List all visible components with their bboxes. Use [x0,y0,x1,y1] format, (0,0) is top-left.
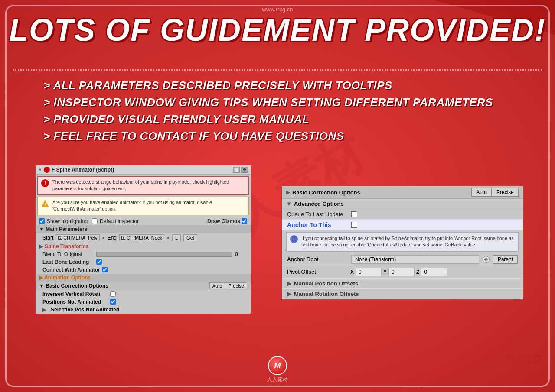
l-button[interactable]: L [172,234,181,241]
anchor-to-this-row: Anchor To This [282,220,523,230]
watermark-bottom-right: RRCG [506,352,542,366]
parent-button[interactable]: Parent [493,255,518,264]
anchor-label: Anchor To This [287,221,348,228]
info-text: If you connecting tail to spine animated… [301,235,515,249]
inversed-vertical-row: Inversed Vertical Rotati [36,290,251,298]
start-bone-select[interactable]: ⚿ CHIMERA_Pelv [56,234,99,241]
logo-circle: M [268,356,287,375]
pivot-offset-label: Pivot Offset [287,269,348,275]
basic-correction-header: ▼ Basic Correction Options Auto Precise [36,282,251,290]
precise-button-right[interactable]: Precise [492,188,519,197]
draw-gizmos-label: Draw Gizmos [207,218,240,224]
draw-gizmos-checkbox[interactable] [242,218,247,224]
y-input[interactable] [388,268,415,276]
z-label: Z [416,269,419,275]
get-button[interactable]: Get [183,234,197,241]
blend-slider[interactable] [96,252,232,257]
connect-animator-row: Connect With Animator [36,266,251,274]
queue-label: Queue To Last Update [287,211,348,217]
warning-text: Are you sure you have enabled animator? … [52,199,245,213]
bullet-4: > FEEL FREE TO CONTACT IF YOU HAVE QUEST… [43,128,493,145]
animation-options-label: Animation Options [44,275,91,281]
show-highlighting-row: Show highlighting [39,218,88,224]
manual-position-row[interactable]: ▶ Manual Position Offsets [282,279,523,289]
advanced-options-label: Advanced Options [294,201,344,207]
svg-text:!: ! [45,202,46,207]
script-icon [44,167,50,173]
bullet-1: > ALL PARAMETERS DESCRIBED PRECISELY WIT… [43,77,493,94]
website-text: www.rrcg.cn [262,6,293,13]
animation-options-header[interactable]: ▶ Animation Options [36,274,251,282]
blend-label: Blend To Original [42,251,95,257]
logo-text: 人人素材 [267,376,288,383]
spine-transforms-header[interactable]: ▶ Spine Transforms [36,243,251,250]
queue-to-last-update-row: Queue To Last Update [282,209,523,220]
anchor-root-row: Anchor Root None (Transform) ◎ Parent [282,253,523,266]
inversed-vertical-label: Inversed Vertical Rotati [42,291,108,297]
inspector-titlebar: ▼ F Spine Animator (Script) ⬜ ⚙ [36,165,251,175]
end-bone-value: CHIMERA_Neck [127,235,162,240]
selective-pos-label: Selective Pos Not Animated [51,307,119,313]
auto-button-right[interactable]: Auto [471,188,492,197]
main-params-header[interactable]: ▼ Main Parameters [36,225,251,233]
blend-value: 0 [235,251,244,257]
error-text: There was detected strange behaviour of … [52,179,245,192]
end-bone-select[interactable]: ⚿ CHIMERA_Neck [119,234,164,241]
connect-animator-label: Connect With Animator [42,267,100,273]
pivot-offset-row: Pivot Offset X Y Z [282,266,523,279]
connect-animator-checkbox[interactable] [102,267,108,272]
inspector-right-panel: ▶ Basic Correction Options Auto Precise … [281,185,524,300]
settings-icon-btn[interactable]: ⚙ [241,167,248,173]
z-input[interactable] [421,268,447,276]
draw-gizmos-row: Draw Gizmos [207,218,247,224]
manual-rotation-label: Manual Rotation Offsets [294,291,359,297]
manual-position-label: Manual Position Offsets [294,280,358,287]
start-bone-value: CHIMERA_Pelv [63,235,97,240]
spine-transforms-label: Spine Transforms [45,243,88,249]
start-end-row: Start ⚿ CHIMERA_Pelv ● End ⚿ CHIMERA_Nec… [36,233,251,243]
positions-not-animated-row: Positions Not Animated [36,298,251,306]
inversed-vertical-checkbox[interactable] [110,291,116,297]
bullet-3: > PROVIDED VISUAL FRIENDLY USER MANUAL [43,111,493,128]
queue-checkbox[interactable] [351,211,357,217]
default-inspector-checkbox[interactable] [92,218,98,224]
show-highlighting-checkbox[interactable] [39,218,45,224]
y-label: Y [383,269,387,275]
anchor-root-label: Anchor Root [287,256,348,262]
dot-separator [13,69,542,71]
manual-rotation-arrow: ▶ [287,291,291,297]
positions-not-animated-checkbox[interactable] [110,299,116,305]
warning-box: ! Are you sure you have enabled animator… [37,197,249,215]
bullet-2: > INSPECTOR WINDOW GIVING TIPS WHEN SETT… [43,94,493,111]
x-input[interactable] [356,268,382,276]
circle-indicator-start: ● [102,235,105,240]
precise-button-left[interactable]: Precise [225,282,247,289]
expand-icon-btn[interactable]: ⬜ [233,167,240,173]
advanced-options-header[interactable]: ▼ Advanced Options [282,199,523,209]
anchor-target-btn[interactable]: ◎ [483,256,490,263]
info-box: i If you connecting tail to spine animat… [286,232,519,252]
right-basic-correction-title: Basic Correction Options [292,189,471,196]
bullet-section: > ALL PARAMETERS DESCRIBED PRECISELY WIT… [43,77,493,145]
warning-icon-container: ! [41,199,49,207]
auto-button-left[interactable]: Auto [209,282,225,289]
last-bone-label: Last Bone Leading [42,259,95,265]
info-icon: i [290,235,298,243]
manual-rotation-row[interactable]: ▶ Manual Rotation Offsets [282,289,523,299]
default-inspector-label: Default inspector [100,218,139,224]
x-label: X [350,269,354,275]
main-params-title: ▼ Main Parameters [39,226,87,232]
anchor-checkbox[interactable] [351,222,357,228]
blend-slider-container: 0 [96,251,244,257]
main-title: LOTS OF GUIDEMENT PROVIDED! [0,12,555,48]
adv-arrow: ▼ [286,201,292,207]
error-box: ! There was detected strange behaviour o… [37,176,249,195]
basic-correction-title: ▼ Basic Correction Options [39,283,209,289]
xyz-inputs: X Y Z [350,268,447,276]
collapse-arrow[interactable]: ▼ [38,168,42,172]
last-bone-checkbox[interactable] [96,259,102,265]
show-highlighting-label: Show highlighting [47,218,88,224]
inspector-title: F Spine Animator (Script) [52,167,231,173]
checkbox-divider-row: Show highlighting Default inspector Draw… [36,217,251,225]
right-expand-arrow: ▶ [286,189,290,195]
